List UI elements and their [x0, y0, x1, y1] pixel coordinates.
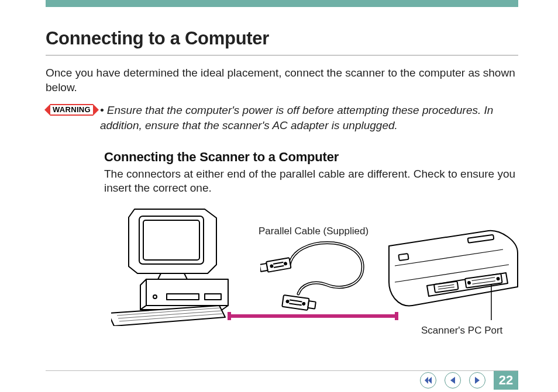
- chevron-right-icon: [473, 376, 481, 384]
- svg-point-16: [286, 300, 289, 303]
- svg-point-21: [468, 282, 471, 285]
- chevron-left-icon: [449, 376, 457, 384]
- cable-label: Parallel Cable (Supplied): [259, 226, 368, 237]
- warning-badge: WARNING: [50, 104, 93, 116]
- warning-label: WARNING: [50, 104, 93, 116]
- warning-text: • Ensure that the computer's power is of…: [100, 103, 518, 133]
- svg-rect-8: [266, 258, 291, 272]
- svg-rect-2: [167, 294, 199, 300]
- subsection: Connecting the Scanner to a Computer The…: [104, 150, 518, 196]
- title-rule: [46, 55, 518, 55]
- svg-rect-9: [260, 263, 268, 272]
- connection-diagram: Parallel Cable (Supplied) Scanner's PC P…: [111, 203, 521, 338]
- subsection-body: The connectors at either end of the para…: [104, 167, 518, 196]
- svg-point-4: [153, 295, 157, 299]
- svg-rect-3: [205, 294, 221, 300]
- page-footer: 22: [420, 371, 518, 390]
- page-title: Connecting to a Computer: [46, 28, 518, 49]
- nav-first-button[interactable]: [420, 372, 436, 388]
- rewind-icon: [423, 376, 433, 385]
- page-content: Connecting to a Computer Once you have d…: [46, 28, 518, 196]
- nav-prev-button[interactable]: [445, 372, 461, 388]
- page-number: 22: [494, 371, 518, 390]
- computer-illustration: [111, 203, 240, 326]
- svg-rect-14: [282, 295, 309, 310]
- svg-point-10: [270, 265, 273, 268]
- svg-point-17: [302, 303, 305, 306]
- subsection-heading: Connecting the Scanner to a Computer: [104, 150, 518, 165]
- svg-rect-1: [143, 220, 199, 260]
- port-label: Scanner's PC Port: [421, 325, 502, 337]
- magenta-connector-line: [228, 314, 398, 318]
- svg-rect-28: [398, 254, 408, 261]
- magenta-cap-right: [395, 312, 398, 320]
- intro-paragraph: Once you have determined the ideal place…: [46, 66, 518, 95]
- scanner-illustration: [386, 230, 521, 329]
- svg-point-22: [497, 277, 500, 280]
- svg-rect-15: [308, 301, 316, 309]
- warning-block: WARNING • Ensure that the computer's pow…: [46, 103, 518, 133]
- svg-point-11: [284, 262, 287, 265]
- header-accent-bar: [46, 0, 518, 7]
- nav-next-button[interactable]: [469, 372, 485, 388]
